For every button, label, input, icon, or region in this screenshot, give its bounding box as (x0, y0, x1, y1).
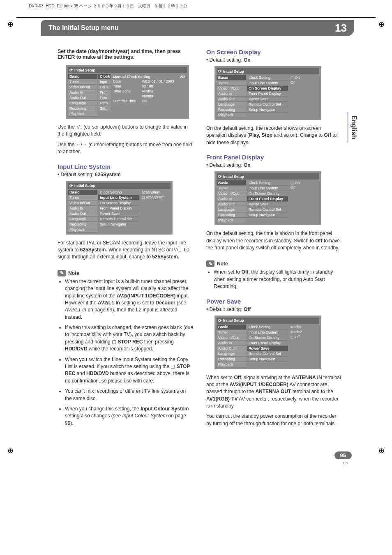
language-tab: English (347, 112, 359, 143)
note-item: When you switch the Line Input System se… (65, 356, 194, 385)
cursor-leftright-instruction: Use the ←/→ (cursor left/right) buttons … (58, 141, 194, 156)
section-front-panel-display: Front Panel Display (206, 154, 343, 161)
note-item: If when this setting is changed, the scr… (65, 324, 194, 353)
crop-mark-icon: ⊕ (7, 20, 14, 29)
print-header: DVR-03_HDD_EU.book 95 ページ ２００３年９月１６日 火曜日… (29, 3, 363, 9)
osd-clock-setting: Initial Setup Basic Tuner Video In/Out A… (66, 65, 189, 119)
lead-instruction: Set the date (day/month/year) and time, … (58, 48, 194, 60)
note-item: When the current input is a built-in tun… (65, 278, 194, 321)
crop-mark-icon: ⊕ (7, 446, 14, 455)
chapter-title: The Initial Setup menu (41, 20, 327, 36)
note-list: When the current input is a built-in tun… (65, 278, 194, 427)
fpd-description: On the default setting, the time is show… (206, 230, 343, 251)
default-setting-line: • Default setting: Off (206, 306, 343, 312)
page-number: 95 (334, 451, 352, 459)
osd-power-save: Initial Setup Basic TunerVideo In/Out Au… (214, 315, 321, 369)
page-lang-suffix: En (343, 461, 348, 465)
note-item: You can't mix recordings of different TV… (65, 388, 194, 402)
osd-input-line-system: Initial Setup Basic TunerVideo In/Out Au… (66, 181, 173, 235)
default-setting-line: • Default setting: 625System (58, 172, 194, 177)
note-icon: ✎ (206, 260, 214, 267)
osd-description: On the default setting, the recorder sho… (206, 125, 343, 146)
osd-clock-panel: Manual Clock Setting 2/2 DateWED 01 / 01… (111, 74, 187, 117)
note-list: When set to Off, the display still light… (214, 269, 343, 290)
section-input-line-system: Input Line System (58, 163, 194, 170)
right-column: On Screen Display • Default setting: On … (206, 48, 343, 431)
power-save-followup: You can cut the standby power consumptio… (206, 413, 343, 427)
note-icon: ✎ (58, 270, 66, 276)
section-power-save: Power Save (206, 298, 343, 305)
crop-mark-icon: ⊕ (378, 20, 385, 29)
power-save-description: When set to Off, signals arriving at the… (206, 374, 343, 410)
osd-title: Initial Setup (74, 68, 95, 72)
osd-nav: Basic Tuner Video In/Out Audio In Audio … (68, 74, 97, 117)
chapter-bar: The Initial Setup menu 13 (41, 20, 351, 36)
chapter-number: 13 (327, 20, 354, 36)
osd-front-panel-display: Initial Setup Basic TunerVideo In/Out Au… (214, 171, 321, 225)
osd-on-screen-display: Initial Setup Basic TunerVideo In/Out Au… (214, 66, 321, 120)
page-frame: The Initial Setup menu 13 English Set th… (16, 17, 376, 467)
default-setting-line: • Default setting: On (206, 162, 343, 168)
note-heading: ✎ Note (58, 270, 79, 276)
default-setting-line: • Default setting: On (206, 57, 343, 63)
cursor-updown-instruction: Use the ↑/↓ (cursor up/down) buttons to … (58, 124, 194, 138)
osd-nav-trunc: Clock Inpu On S Fron Pow Rem Setu (98, 74, 111, 117)
left-column: Set the date (day/month/year) and time, … (58, 48, 194, 431)
section-on-screen-display: On Screen Display (206, 48, 343, 55)
note-item: When you change this setting, the Input … (65, 405, 194, 427)
note-heading: ✎ Note (206, 260, 228, 267)
ils-description: For standard PAL or SECAM recording, lea… (58, 240, 194, 261)
note-item: When set to Off, the display still light… (214, 269, 343, 290)
crop-mark-icon: ⊕ (378, 446, 385, 455)
